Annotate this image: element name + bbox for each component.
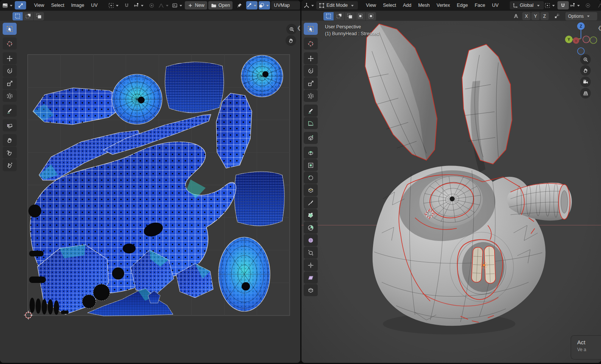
rotate-tool[interactable] <box>304 65 318 77</box>
transform-tool[interactable] <box>3 90 17 102</box>
add-cube-tool[interactable] <box>304 132 318 144</box>
select-mode-intersect-button[interactable] <box>366 12 376 20</box>
spin-tool[interactable] <box>304 222 318 234</box>
active-uv-map-field[interactable]: UVMap <box>271 1 300 9</box>
browse-image-button[interactable] <box>172 1 184 9</box>
annotate-tool[interactable] <box>3 105 17 117</box>
annotate-tool[interactable] <box>304 105 318 117</box>
pivot-point-button[interactable] <box>545 1 556 9</box>
move-tool[interactable] <box>304 52 318 64</box>
options-dropdown[interactable]: Options <box>565 12 597 20</box>
shear-tool[interactable] <box>304 272 318 284</box>
menu-add[interactable]: Add <box>400 1 415 9</box>
grab-tool[interactable] <box>3 134 17 146</box>
menu-view[interactable]: View <box>362 1 379 9</box>
rip-region-tool[interactable] <box>3 119 17 131</box>
menu-uv[interactable]: UV <box>489 1 502 9</box>
select-mode-invert-button[interactable] <box>355 12 365 20</box>
extrude-region-tool[interactable] <box>304 147 318 159</box>
open-image-button[interactable]: Open <box>208 1 233 9</box>
knife-tool[interactable] <box>304 197 318 209</box>
snap-target-button[interactable] <box>570 1 581 9</box>
active-tool-corner-panel[interactable]: Act Ve a <box>571 335 601 359</box>
bunny-tooth[interactable] <box>471 247 483 282</box>
snap-target-button[interactable] <box>134 1 145 9</box>
move-tool[interactable] <box>3 52 17 64</box>
edge-slide-tool[interactable] <box>304 247 318 259</box>
mirror-axis-x-button[interactable]: X <box>522 12 531 20</box>
mode-dropdown[interactable]: Edit Mode <box>316 1 358 9</box>
poly-build-tool[interactable] <box>304 209 318 221</box>
mirror-axis-y-button[interactable]: Y <box>531 12 540 20</box>
navigation-gizmo[interactable]: X Y Z <box>564 21 598 56</box>
menu-select[interactable]: Select <box>48 1 68 9</box>
inset-faces-tool[interactable] <box>304 159 318 171</box>
gizmos-toggle[interactable] <box>246 1 258 9</box>
sidebar-collapse-arrow[interactable]: ❮ <box>598 25 601 31</box>
mirror-axis-z-button[interactable]: Z <box>540 12 549 20</box>
uv-canvas[interactable] <box>0 21 300 363</box>
relax-tool[interactable] <box>3 147 17 159</box>
select-mode-set-button[interactable] <box>323 12 334 20</box>
pin-image-toggle[interactable] <box>234 1 245 9</box>
axis-neg-x-handle[interactable] <box>583 36 590 43</box>
proportional-falloff-button[interactable] <box>595 1 601 9</box>
rotate-tool[interactable] <box>3 65 17 77</box>
axis-neg-y-handle[interactable] <box>590 37 597 44</box>
perspective-toggle-button[interactable] <box>580 88 591 98</box>
uv-island[interactable] <box>219 237 270 311</box>
editor-type-button[interactable] <box>304 1 315 9</box>
uv-sync-selection-toggle[interactable] <box>15 1 26 9</box>
menu-face[interactable]: Face <box>471 1 489 9</box>
pan-view-button[interactable] <box>580 65 591 76</box>
cursor-tool[interactable] <box>3 37 17 50</box>
new-image-button[interactable]: New <box>185 1 207 9</box>
scale-tool[interactable] <box>304 77 318 89</box>
transform-correction-button[interactable] <box>551 12 562 20</box>
uv-island[interactable] <box>112 74 162 124</box>
axis-neg-z-handle[interactable] <box>578 48 584 55</box>
snap-toggle[interactable] <box>557 1 569 9</box>
menu-select[interactable]: Select <box>379 1 400 9</box>
tweak-select-tool[interactable] <box>304 23 318 35</box>
select-mode-set-button[interactable] <box>12 12 23 20</box>
snap-toggle[interactable] <box>121 1 133 9</box>
menu-edge[interactable]: Edge <box>453 1 471 9</box>
transform-tool[interactable] <box>304 90 318 102</box>
pan-view-button[interactable] <box>286 35 296 46</box>
sidebar-collapse-arrow[interactable]: ❮ <box>297 25 300 31</box>
pinch-tool[interactable] <box>3 159 17 171</box>
editor-type-button[interactable] <box>2 1 14 9</box>
measure-tool[interactable] <box>304 117 318 129</box>
select-mode-subtract-button[interactable] <box>345 12 355 20</box>
select-mode-extend-button[interactable] <box>23 12 33 20</box>
select-mode-extend-button[interactable] <box>334 12 344 20</box>
scale-tool[interactable] <box>3 77 17 89</box>
loop-cut-tool[interactable] <box>304 184 318 196</box>
shrink-fatten-tool[interactable] <box>304 259 318 271</box>
camera-view-button[interactable] <box>580 77 591 87</box>
rip-region-tool[interactable] <box>304 284 318 296</box>
proportional-edit-toggle[interactable] <box>582 1 594 9</box>
menu-view[interactable]: View <box>31 1 48 9</box>
viewport-canvas[interactable] <box>301 21 601 363</box>
bevel-tool[interactable] <box>304 172 318 184</box>
smooth-tool[interactable] <box>304 234 318 246</box>
uv-island[interactable] <box>241 55 283 97</box>
bunny-tooth[interactable] <box>484 246 495 284</box>
pivot-point-button[interactable] <box>109 1 120 9</box>
menu-vertex[interactable]: Vertex <box>433 1 453 9</box>
menu-mesh[interactable]: Mesh <box>415 1 433 9</box>
proportional-falloff-button[interactable] <box>159 1 170 9</box>
menu-image[interactable]: Image <box>68 1 88 9</box>
overlays-toggle[interactable] <box>259 1 270 9</box>
transform-orientation-dropdown[interactable]: Global <box>510 1 544 9</box>
proportional-edit-toggle[interactable] <box>146 1 158 9</box>
tweak-select-tool[interactable] <box>3 23 17 35</box>
select-mode-subtract-button[interactable] <box>34 12 44 20</box>
uv-island[interactable] <box>234 172 284 226</box>
uv-island[interactable] <box>165 62 224 113</box>
cursor-tool[interactable] <box>304 37 318 50</box>
zoom-view-button[interactable] <box>580 54 591 65</box>
mirror-toggle[interactable] <box>510 12 521 20</box>
